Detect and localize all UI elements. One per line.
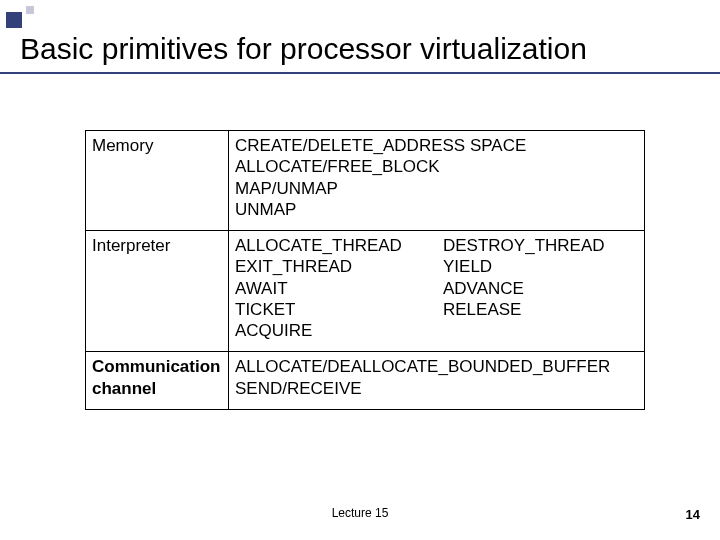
primitive-line: ADVANCE bbox=[443, 278, 638, 299]
slide-title: Basic primitives for processor virtualiz… bbox=[20, 32, 587, 66]
label-line: Communication bbox=[92, 357, 220, 376]
primitive-line: CREATE/DELETE_ADDRESS SPACE bbox=[235, 135, 638, 156]
primitives-table: Memory CREATE/DELETE_ADDRESS SPACE ALLOC… bbox=[85, 130, 645, 410]
row-content-communication: ALLOCATE/DEALLOCATE_BOUNDED_BUFFER SEND/… bbox=[229, 352, 645, 410]
primitive-line: EXIT_THREAD bbox=[235, 256, 443, 277]
row-content-interpreter: ALLOCATE_THREAD EXIT_THREAD AWAIT TICKET… bbox=[229, 231, 645, 352]
footer-lecture: Lecture 15 bbox=[0, 506, 720, 520]
primitive-line: YIELD bbox=[443, 256, 638, 277]
page-number: 14 bbox=[686, 507, 700, 522]
row-label-interpreter: Interpreter bbox=[86, 231, 229, 352]
primitive-line: ALLOCATE_THREAD bbox=[235, 235, 443, 256]
primitive-line: AWAIT bbox=[235, 278, 443, 299]
row-label-communication: Communication channel bbox=[86, 352, 229, 410]
primitive-line: TICKET bbox=[235, 299, 443, 320]
title-underline bbox=[0, 72, 720, 74]
primitive-line: ACQUIRE bbox=[235, 320, 443, 341]
primitive-line: DESTROY_THREAD bbox=[443, 235, 638, 256]
primitive-line: RELEASE bbox=[443, 299, 638, 320]
primitive-line: UNMAP bbox=[235, 199, 638, 220]
primitive-line: ALLOCATE/DEALLOCATE_BOUNDED_BUFFER bbox=[235, 356, 638, 377]
table-row: Communication channel ALLOCATE/DEALLOCAT… bbox=[86, 352, 645, 410]
primitive-line: SEND/RECEIVE bbox=[235, 378, 638, 399]
row-label-memory: Memory bbox=[86, 131, 229, 231]
primitive-line: ALLOCATE/FREE_BLOCK bbox=[235, 156, 638, 177]
table-row: Memory CREATE/DELETE_ADDRESS SPACE ALLOC… bbox=[86, 131, 645, 231]
label-line: channel bbox=[92, 379, 156, 398]
table-row: Interpreter ALLOCATE_THREAD EXIT_THREAD … bbox=[86, 231, 645, 352]
square-small-icon bbox=[26, 6, 34, 14]
row-content-memory: CREATE/DELETE_ADDRESS SPACE ALLOCATE/FRE… bbox=[229, 131, 645, 231]
square-icon bbox=[6, 12, 22, 28]
primitive-line: MAP/UNMAP bbox=[235, 178, 638, 199]
